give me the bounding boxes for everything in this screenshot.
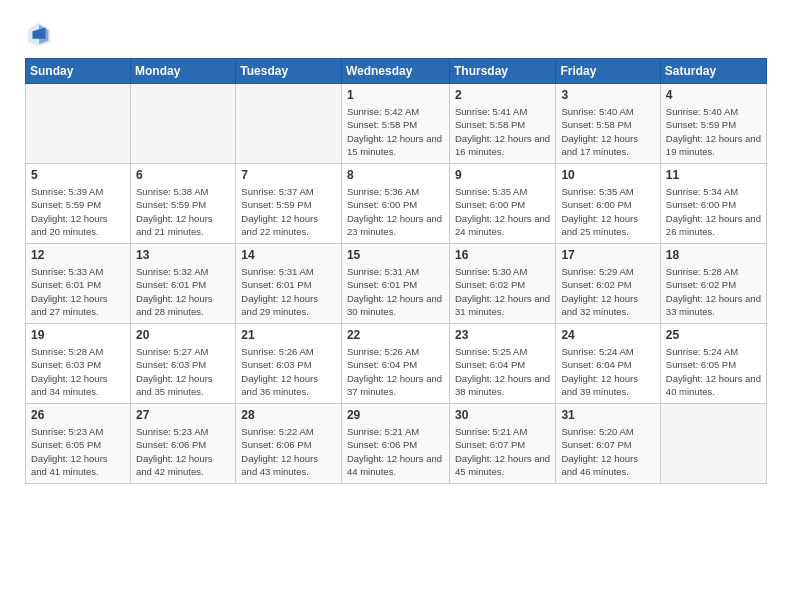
day-number: 2	[455, 88, 550, 102]
sunrise-text: Sunrise: 5:33 AM	[31, 265, 125, 278]
daylight-text: Daylight: 12 hours and 36 minutes.	[241, 372, 336, 399]
sunset-text: Sunset: 6:03 PM	[136, 358, 230, 371]
sunrise-text: Sunrise: 5:21 AM	[347, 425, 444, 438]
daylight-text: Daylight: 12 hours and 27 minutes.	[31, 292, 125, 319]
sunset-text: Sunset: 6:01 PM	[241, 278, 336, 291]
col-saturday: Saturday	[660, 59, 766, 84]
day-detail: Sunrise: 5:31 AMSunset: 6:01 PMDaylight:…	[241, 265, 336, 318]
day-number: 31	[561, 408, 654, 422]
day-number: 4	[666, 88, 761, 102]
sunset-text: Sunset: 6:03 PM	[241, 358, 336, 371]
daylight-text: Daylight: 12 hours and 15 minutes.	[347, 132, 444, 159]
day-number: 27	[136, 408, 230, 422]
day-number: 12	[31, 248, 125, 262]
table-row: 22Sunrise: 5:26 AMSunset: 6:04 PMDayligh…	[341, 324, 449, 404]
table-row: 24Sunrise: 5:24 AMSunset: 6:04 PMDayligh…	[556, 324, 660, 404]
day-detail: Sunrise: 5:23 AMSunset: 6:05 PMDaylight:…	[31, 425, 125, 478]
daylight-text: Daylight: 12 hours and 37 minutes.	[347, 372, 444, 399]
day-number: 6	[136, 168, 230, 182]
calendar-header-row: Sunday Monday Tuesday Wednesday Thursday…	[26, 59, 767, 84]
day-number: 25	[666, 328, 761, 342]
sunrise-text: Sunrise: 5:40 AM	[561, 105, 654, 118]
sunset-text: Sunset: 6:00 PM	[666, 198, 761, 211]
sunset-text: Sunset: 6:00 PM	[455, 198, 550, 211]
daylight-text: Daylight: 12 hours and 43 minutes.	[241, 452, 336, 479]
sunset-text: Sunset: 6:01 PM	[136, 278, 230, 291]
sunrise-text: Sunrise: 5:27 AM	[136, 345, 230, 358]
table-row: 28Sunrise: 5:22 AMSunset: 6:06 PMDayligh…	[236, 404, 342, 484]
day-detail: Sunrise: 5:40 AMSunset: 5:59 PMDaylight:…	[666, 105, 761, 158]
table-row: 27Sunrise: 5:23 AMSunset: 6:06 PMDayligh…	[131, 404, 236, 484]
day-number: 16	[455, 248, 550, 262]
sunrise-text: Sunrise: 5:25 AM	[455, 345, 550, 358]
day-number: 22	[347, 328, 444, 342]
day-number: 15	[347, 248, 444, 262]
table-row: 1Sunrise: 5:42 AMSunset: 5:58 PMDaylight…	[341, 84, 449, 164]
day-detail: Sunrise: 5:31 AMSunset: 6:01 PMDaylight:…	[347, 265, 444, 318]
table-row: 3Sunrise: 5:40 AMSunset: 5:58 PMDaylight…	[556, 84, 660, 164]
sunrise-text: Sunrise: 5:28 AM	[666, 265, 761, 278]
day-detail: Sunrise: 5:36 AMSunset: 6:00 PMDaylight:…	[347, 185, 444, 238]
day-number: 20	[136, 328, 230, 342]
daylight-text: Daylight: 12 hours and 34 minutes.	[31, 372, 125, 399]
sunrise-text: Sunrise: 5:21 AM	[455, 425, 550, 438]
sunrise-text: Sunrise: 5:20 AM	[561, 425, 654, 438]
day-detail: Sunrise: 5:37 AMSunset: 5:59 PMDaylight:…	[241, 185, 336, 238]
day-detail: Sunrise: 5:32 AMSunset: 6:01 PMDaylight:…	[136, 265, 230, 318]
sunset-text: Sunset: 5:58 PM	[455, 118, 550, 131]
table-row: 7Sunrise: 5:37 AMSunset: 5:59 PMDaylight…	[236, 164, 342, 244]
daylight-text: Daylight: 12 hours and 40 minutes.	[666, 372, 761, 399]
day-number: 23	[455, 328, 550, 342]
day-detail: Sunrise: 5:22 AMSunset: 6:06 PMDaylight:…	[241, 425, 336, 478]
calendar-table: Sunday Monday Tuesday Wednesday Thursday…	[25, 58, 767, 484]
day-number: 14	[241, 248, 336, 262]
sunset-text: Sunset: 5:58 PM	[561, 118, 654, 131]
daylight-text: Daylight: 12 hours and 16 minutes.	[455, 132, 550, 159]
day-number: 5	[31, 168, 125, 182]
page: Sunday Monday Tuesday Wednesday Thursday…	[0, 0, 792, 612]
day-number: 18	[666, 248, 761, 262]
table-row: 15Sunrise: 5:31 AMSunset: 6:01 PMDayligh…	[341, 244, 449, 324]
day-detail: Sunrise: 5:35 AMSunset: 6:00 PMDaylight:…	[455, 185, 550, 238]
day-number: 10	[561, 168, 654, 182]
day-detail: Sunrise: 5:26 AMSunset: 6:04 PMDaylight:…	[347, 345, 444, 398]
day-detail: Sunrise: 5:28 AMSunset: 6:02 PMDaylight:…	[666, 265, 761, 318]
daylight-text: Daylight: 12 hours and 30 minutes.	[347, 292, 444, 319]
day-detail: Sunrise: 5:24 AMSunset: 6:04 PMDaylight:…	[561, 345, 654, 398]
sunset-text: Sunset: 6:04 PM	[347, 358, 444, 371]
daylight-text: Daylight: 12 hours and 25 minutes.	[561, 212, 654, 239]
day-detail: Sunrise: 5:34 AMSunset: 6:00 PMDaylight:…	[666, 185, 761, 238]
day-number: 1	[347, 88, 444, 102]
calendar-week-row: 26Sunrise: 5:23 AMSunset: 6:05 PMDayligh…	[26, 404, 767, 484]
day-number: 29	[347, 408, 444, 422]
day-number: 19	[31, 328, 125, 342]
table-row: 17Sunrise: 5:29 AMSunset: 6:02 PMDayligh…	[556, 244, 660, 324]
table-row: 16Sunrise: 5:30 AMSunset: 6:02 PMDayligh…	[449, 244, 555, 324]
col-tuesday: Tuesday	[236, 59, 342, 84]
day-number: 7	[241, 168, 336, 182]
table-row: 20Sunrise: 5:27 AMSunset: 6:03 PMDayligh…	[131, 324, 236, 404]
day-number: 24	[561, 328, 654, 342]
sunset-text: Sunset: 6:00 PM	[347, 198, 444, 211]
sunset-text: Sunset: 6:07 PM	[561, 438, 654, 451]
sunset-text: Sunset: 5:59 PM	[31, 198, 125, 211]
daylight-text: Daylight: 12 hours and 20 minutes.	[31, 212, 125, 239]
day-detail: Sunrise: 5:23 AMSunset: 6:06 PMDaylight:…	[136, 425, 230, 478]
daylight-text: Daylight: 12 hours and 42 minutes.	[136, 452, 230, 479]
day-number: 17	[561, 248, 654, 262]
day-detail: Sunrise: 5:25 AMSunset: 6:04 PMDaylight:…	[455, 345, 550, 398]
sunset-text: Sunset: 6:01 PM	[31, 278, 125, 291]
col-monday: Monday	[131, 59, 236, 84]
day-detail: Sunrise: 5:40 AMSunset: 5:58 PMDaylight:…	[561, 105, 654, 158]
sunset-text: Sunset: 6:03 PM	[31, 358, 125, 371]
daylight-text: Daylight: 12 hours and 45 minutes.	[455, 452, 550, 479]
sunrise-text: Sunrise: 5:26 AM	[241, 345, 336, 358]
table-row: 25Sunrise: 5:24 AMSunset: 6:05 PMDayligh…	[660, 324, 766, 404]
daylight-text: Daylight: 12 hours and 24 minutes.	[455, 212, 550, 239]
day-detail: Sunrise: 5:27 AMSunset: 6:03 PMDaylight:…	[136, 345, 230, 398]
daylight-text: Daylight: 12 hours and 28 minutes.	[136, 292, 230, 319]
day-number: 11	[666, 168, 761, 182]
daylight-text: Daylight: 12 hours and 26 minutes.	[666, 212, 761, 239]
calendar-week-row: 12Sunrise: 5:33 AMSunset: 6:01 PMDayligh…	[26, 244, 767, 324]
logo-icon	[25, 20, 53, 48]
